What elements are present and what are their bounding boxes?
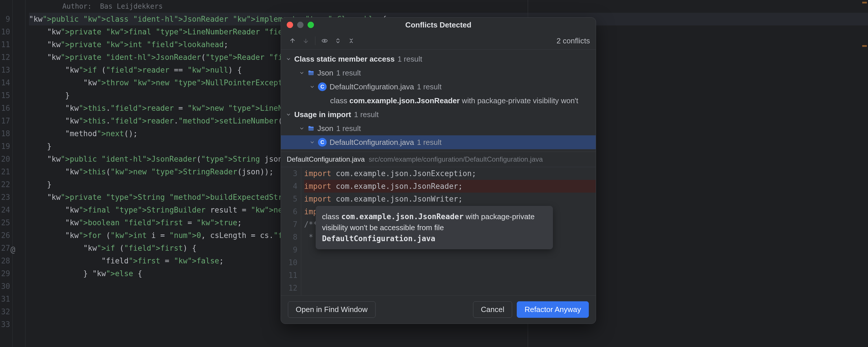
tree-group[interactable]: Usage in import 1 result — [281, 107, 596, 121]
preview-pane[interactable]: 3456789101112 import com.example.json.Js… — [281, 167, 596, 295]
dialog-footer: Open in Find Window Cancel Refactor Anyw… — [281, 295, 596, 323]
tree-file[interactable]: CDefaultConfiguration.java 1 result — [281, 80, 596, 94]
preview-header: DefaultConfiguration.java src/com/exampl… — [281, 152, 596, 167]
preview-gutter: 3456789101112 — [281, 167, 301, 295]
window-controls — [287, 22, 314, 28]
tree-file[interactable]: CDefaultConfiguration.java 1 result — [281, 135, 596, 149]
dialog-title: Conflicts Detected — [405, 21, 471, 30]
tree-module[interactable]: Json 1 result — [281, 66, 596, 80]
cancel-button[interactable]: Cancel — [473, 301, 512, 318]
annotation-marker-icon: @ — [10, 244, 16, 256]
vcs-gutter — [13, 0, 26, 347]
editor-scrollbar[interactable] — [860, 0, 868, 347]
preview-toggle-button[interactable] — [319, 35, 331, 46]
tree-module[interactable]: Json 1 result — [281, 121, 596, 135]
tree-detail[interactable]: class com.example.json.JsonReader with p… — [281, 94, 596, 107]
dialog-toolbar: 2 conflicts — [281, 32, 596, 50]
preview-file-path: src/com/example/configuration/DefaultCon… — [369, 155, 543, 163]
collapse-all-button[interactable] — [345, 35, 357, 46]
svg-point-1 — [324, 40, 325, 41]
next-occurrence-button[interactable] — [300, 35, 312, 46]
tree-group[interactable]: Class static member access 1 result — [281, 52, 596, 66]
svg-point-0 — [322, 39, 327, 42]
open-find-window-button[interactable]: Open in Find Window — [288, 301, 376, 318]
zoom-icon[interactable] — [308, 22, 314, 28]
expand-all-button[interactable] — [332, 35, 344, 46]
conflicts-count: 2 conflicts — [556, 36, 590, 45]
line-gutter: 9101112131415161718192021222324252627282… — [0, 0, 13, 347]
refactor-anyway-button[interactable]: Refactor Anyway — [517, 301, 589, 318]
close-icon[interactable] — [287, 22, 293, 28]
conflicts-dialog: Conflicts Detected 2 conflicts Class sta… — [281, 18, 596, 324]
dialog-titlebar: Conflicts Detected — [281, 18, 596, 32]
prev-occurrence-button[interactable] — [287, 35, 298, 46]
preview-file-name: DefaultConfiguration.java — [287, 155, 365, 163]
conflicts-tree[interactable]: Class static member access 1 resultJson … — [281, 50, 596, 152]
minimize-icon — [297, 22, 304, 28]
conflict-tooltip: class com.example.json.JsonReader with p… — [316, 206, 553, 249]
